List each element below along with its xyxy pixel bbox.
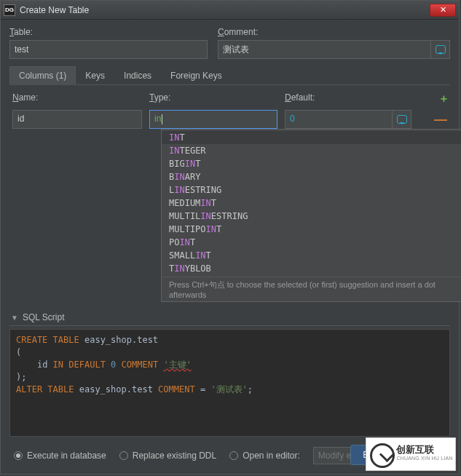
add-column-button[interactable]: + [441, 92, 447, 106]
col-type-header: Type: [149, 92, 277, 106]
radio-execute-db[interactable]: Execute in database [14, 451, 106, 461]
watermark: 创新互联 CHUANG XIN HU LIAN [366, 437, 456, 471]
autocomplete-item[interactable]: INT [162, 131, 461, 144]
autocomplete-item[interactable]: INTEGER [162, 144, 461, 157]
collapse-icon: ▼ [11, 314, 18, 322]
sql-header-label: SQL Script [23, 312, 65, 322]
autocomplete-item[interactable]: BINARY [162, 170, 461, 183]
autocomplete-hint: Press Ctrl+句点 to choose the selected (or… [162, 277, 461, 301]
tab-indices[interactable]: Indices [114, 66, 161, 85]
tab-foreign-keys[interactable]: Foreign Keys [161, 66, 232, 85]
tab-columns[interactable]: Columns (1) [9, 66, 76, 85]
autocomplete-item[interactable]: SMALLINT [162, 249, 461, 262]
table-input[interactable] [9, 40, 208, 59]
remove-column-button[interactable]: — [434, 116, 447, 122]
radio-icon [14, 451, 23, 460]
col-default-header: Default: [285, 92, 411, 106]
radio-icon [119, 451, 128, 460]
comment-label: Comment: [218, 27, 450, 37]
autocomplete-item[interactable]: MEDIUMINT [162, 197, 461, 210]
col-name-header: Name: [12, 92, 142, 106]
autocomplete-item[interactable]: BIGINT [162, 157, 461, 170]
sql-editor[interactable]: CREATE TABLE easy_shop.test ( id IN DEFA… [9, 329, 450, 437]
radio-open-editor[interactable]: Open in editor: [229, 451, 300, 461]
speech-bubble-icon [436, 45, 446, 54]
comment-input[interactable] [218, 40, 431, 59]
sql-section: ▼ SQL Script CREATE TABLE easy_shop.test… [9, 309, 450, 437]
default-expand-button[interactable] [393, 110, 411, 129]
column-name-input[interactable]: id [12, 110, 142, 129]
radio-icon [229, 451, 238, 460]
column-type-input[interactable]: in [149, 110, 277, 129]
autocomplete-item[interactable]: TINYBLOB [162, 262, 461, 275]
window-title: Create New Table [20, 5, 430, 15]
speech-bubble-icon [397, 115, 407, 124]
dialog-content: Table: Comment: Columns (1) Keys Indices… [1, 20, 459, 476]
watermark-text: 创新互联 CHUANG XIN HU LIAN [396, 445, 452, 463]
autocomplete-popup: INT INTEGER BIGINT BINARY LINESTRING MED… [161, 129, 461, 302]
watermark-logo-icon [369, 442, 393, 467]
columns-panel: Name: Type: Default: + id in 0 — INT [9, 85, 450, 129]
table-label: Table: [9, 27, 208, 37]
dialog-window: DG Create New Table ✕ Table: Comment: Co… [0, 0, 460, 475]
column-default-input[interactable]: 0 [285, 110, 393, 129]
autocomplete-item[interactable]: POINT [162, 236, 461, 249]
autocomplete-item[interactable]: MULTIPOINT [162, 223, 461, 236]
radio-replace-ddl[interactable]: Replace existing DDL [119, 451, 216, 461]
tabs: Columns (1) Keys Indices Foreign Keys [9, 66, 450, 85]
close-icon: ✕ [440, 5, 446, 15]
tab-keys[interactable]: Keys [76, 66, 114, 85]
autocomplete-item[interactable]: MULTILINESTRING [162, 210, 461, 223]
autocomplete-item[interactable]: LINESTRING [162, 183, 461, 197]
close-button[interactable]: ✕ [430, 4, 456, 17]
sql-header[interactable]: ▼ SQL Script [9, 309, 450, 326]
comment-expand-button[interactable] [431, 40, 450, 59]
app-icon: DG [4, 4, 15, 16]
titlebar: DG Create New Table ✕ [1, 1, 459, 20]
